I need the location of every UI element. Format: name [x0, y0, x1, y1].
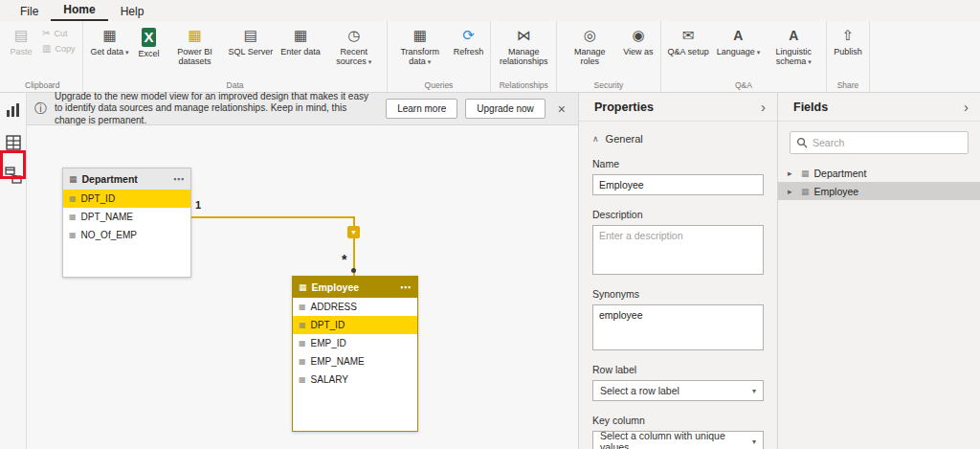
ribbon-item-manage-relationships[interactable]: ⋈Manage relationships [494, 23, 553, 70]
table-field-row[interactable]: ▦EMP_ID [293, 334, 417, 352]
powerbi-datasets-icon: ▦ [188, 26, 201, 45]
field-name-label: DPT_NAME [81, 212, 133, 222]
properties-body: ∧ General Name Description Synonyms empl… [579, 133, 777, 449]
ribbon-item-power-bi-datasets[interactable]: ▦Power BI datasets [166, 23, 225, 70]
field-name-label: SALARY [311, 374, 348, 385]
model-canvas[interactable]: ▦Department⋯▦DPT_ID▦DPT_NAME▦NO_Of_EMP▦E… [27, 93, 578, 449]
excel-icon: X [142, 28, 156, 47]
menu-file[interactable]: File [8, 2, 51, 21]
ribbon-group-label: Security [560, 79, 657, 92]
ribbon-item-paste[interactable]: ▤Paste [5, 23, 37, 59]
search-icon [796, 137, 808, 148]
fields-item-label: Employee [814, 186, 859, 197]
fields-pane: Fields › ▸▦Department▸▦Employee [777, 93, 980, 449]
table-card-department[interactable]: ▦Department⋯▦DPT_ID▦DPT_NAME▦NO_Of_EMP [62, 168, 191, 278]
ribbon-group-label: Q&A [664, 79, 824, 92]
more-options-icon[interactable]: ⋯ [173, 173, 185, 186]
field-icon: ▦ [69, 194, 77, 203]
table-field-row[interactable]: ▦EMP_NAME [293, 352, 417, 370]
ribbon-group-q-a: ✉Q&A setupALanguage▾ALinguistic schema▾Q… [661, 21, 828, 92]
ribbon-item-cut[interactable]: ✂Cut [39, 27, 78, 39]
description-input[interactable] [592, 225, 764, 275]
row-label-value: Select a row label [600, 385, 679, 396]
row-label-dropdown[interactable]: Select a row label ▾ [592, 380, 764, 401]
ribbon-item-view-as[interactable]: ◉View as [619, 23, 657, 59]
qa-setup-icon: ✉ [682, 26, 695, 45]
menu-home[interactable]: Home [51, 0, 107, 21]
key-column-value: Select a column with unique values [600, 430, 752, 449]
table-field-row[interactable]: ▦SALARY [293, 370, 417, 389]
table-field-row[interactable]: ▦DPT_ID [293, 316, 417, 334]
ribbon-item-get-data[interactable]: ▦Get data▾ [86, 23, 132, 59]
powerbi-desktop-window: File Home Help ▤Paste✂Cut▥CopyClipboard▦… [0, 0, 980, 449]
field-icon: ▦ [299, 339, 306, 348]
key-column-dropdown[interactable]: Select a column with unique values ▾ [592, 431, 764, 449]
learn-more-button[interactable]: Learn more [386, 99, 457, 119]
ribbon-group-relationships: ⋈Manage relationshipsRelationships [491, 21, 557, 92]
ribbon-item-language[interactable]: ALanguage▾ [713, 23, 765, 59]
publish-icon: ⇧ [842, 26, 855, 45]
fields-item-label: Department [814, 168, 867, 179]
manage-roles-icon: ◎ [584, 26, 596, 45]
ribbon-group-data: ▦Get data▾XExcel▦Power BI datasets▤SQL S… [83, 21, 387, 92]
ribbon-item-publish[interactable]: ⇧Publish [830, 23, 866, 59]
chevron-down-icon: ▾ [808, 58, 812, 65]
field-icon: ▦ [69, 231, 77, 239]
model-relationships-icon [5, 167, 22, 184]
ribbon-item-linguistic-schema[interactable]: ALinguistic schema▾ [764, 23, 823, 70]
properties-pane: Properties › ∧ General Name Description … [578, 93, 777, 449]
collapse-properties-icon[interactable]: › [761, 99, 766, 115]
ribbon-item-sql-server[interactable]: ▤SQL Server [225, 23, 278, 59]
name-input[interactable] [592, 174, 764, 195]
general-section-toggle[interactable]: ∧ General [592, 133, 764, 145]
ribbon-item-transform-data[interactable]: ▦Transform data▾ [390, 23, 450, 70]
banner-message: Upgrade to the new model view for an imp… [55, 91, 378, 127]
ribbon-item-excel[interactable]: XExcel [133, 23, 166, 61]
field-icon: ▦ [299, 357, 306, 366]
field-icon: ▦ [69, 213, 77, 221]
relationship-endpoint-dot [351, 268, 356, 273]
ribbon-item-refresh[interactable]: ⟳Refresh [450, 23, 488, 59]
chevron-up-icon: ∧ [592, 134, 599, 144]
table-field-row[interactable]: ▦ADDRESS [293, 298, 417, 316]
collapse-fields-icon[interactable]: › [964, 99, 969, 115]
table-card-header[interactable]: ▦Department⋯ [63, 168, 190, 190]
data-view-button[interactable] [4, 133, 23, 152]
ribbon-item-recent-sources[interactable]: ◷Recent sources▾ [324, 23, 384, 70]
fields-pane-header: Fields › [778, 93, 980, 122]
filter-direction-icon[interactable] [347, 226, 360, 238]
ribbon-item-enter-data[interactable]: ▦Enter data [277, 23, 324, 59]
report-view-button[interactable] [4, 101, 23, 120]
view-as-icon: ◉ [632, 26, 644, 45]
ribbon-group-clipboard: ▤Paste✂Cut▥CopyClipboard [2, 21, 83, 92]
expand-arrow-icon[interactable]: ▸ [788, 187, 796, 196]
table-card-employee[interactable]: ▦Employee⋯▦ADDRESS▦DPT_ID▦EMP_ID▦EMP_NAM… [292, 276, 418, 432]
ribbon-item-q-a-setup[interactable]: ✉Q&A setup [664, 23, 713, 59]
recent-sources-icon: ◷ [347, 26, 360, 45]
upgrade-now-button[interactable]: Upgrade now [465, 99, 545, 119]
model-view-button[interactable] [4, 166, 23, 185]
close-banner-icon[interactable]: × [553, 101, 570, 117]
relationship-line-horizontal[interactable] [191, 216, 354, 218]
description-label: Description [592, 209, 764, 220]
cardinality-one-label: 1 [195, 199, 201, 211]
ribbon-item-copy[interactable]: ▥Copy [39, 42, 78, 55]
table-card-header[interactable]: ▦Employee⋯ [293, 277, 417, 298]
table-field-row[interactable]: ▦DPT_NAME [63, 208, 190, 226]
table-field-row[interactable]: ▦NO_Of_EMP [63, 226, 190, 244]
fields-search-input[interactable] [813, 137, 962, 148]
ribbon-item-manage-roles[interactable]: ◎Manage roles [560, 23, 619, 70]
expand-arrow-icon[interactable]: ▸ [788, 168, 796, 178]
fields-item-employee[interactable]: ▸▦Employee [778, 182, 980, 200]
bar-chart-icon [6, 102, 21, 118]
ribbon-group-security: ◎Manage roles◉View asSecurity [557, 21, 660, 92]
table-field-row[interactable]: ▦DPT_ID [63, 190, 190, 208]
table-icon: ▦ [801, 168, 810, 178]
ribbon-group-label: Share [830, 79, 866, 92]
properties-pane-title: Properties [594, 101, 654, 114]
fields-tree: ▸▦Department▸▦Employee [778, 164, 980, 200]
menu-help[interactable]: Help [108, 2, 157, 21]
more-options-icon[interactable]: ⋯ [400, 281, 412, 294]
synonyms-input[interactable]: employee [592, 304, 764, 350]
fields-item-department[interactable]: ▸▦Department [778, 164, 980, 182]
